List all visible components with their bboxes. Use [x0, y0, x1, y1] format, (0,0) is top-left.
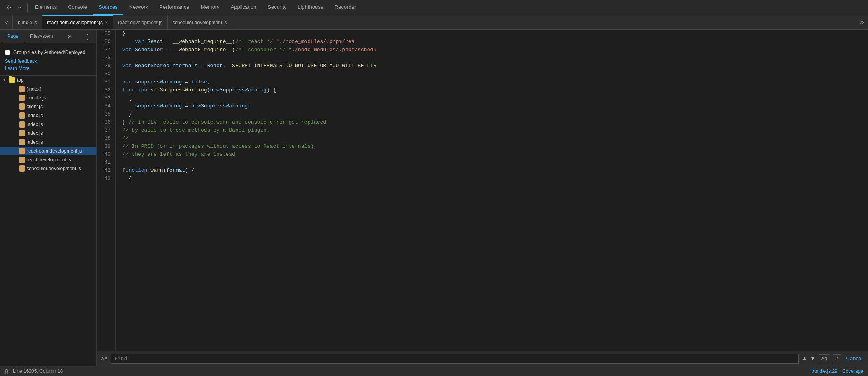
line-num-43: 43 — [100, 175, 111, 183]
line-num-25: 25 — [100, 30, 111, 38]
code-token: } — [122, 119, 129, 125]
nav-tab-security[interactable]: Security — [262, 0, 292, 15]
nav-tab-lighthouse[interactable]: Lighthouse — [292, 0, 329, 15]
device-icon[interactable]: ▱ — [16, 3, 23, 12]
code-line-31: var suppressWarning = false; — [122, 78, 868, 86]
line-num-36: 36 — [100, 118, 111, 126]
tree-item-scheduler-dev[interactable]: scheduler.development.js — [0, 164, 96, 173]
code-token: function — [122, 87, 147, 93]
code-token: = — [182, 79, 191, 85]
find-input[interactable] — [111, 354, 799, 364]
tree-label-index-js-2: index.js — [27, 122, 96, 127]
code-token: newSuppressWarning — [210, 87, 266, 93]
code-line-43: { — [122, 175, 868, 183]
tree-file-icon-client-js — [19, 103, 25, 110]
cursor-icon[interactable]: ⊹ — [5, 3, 13, 12]
line-num-29: 29 — [100, 62, 111, 70]
nav-tab-console[interactable]: Console — [62, 0, 93, 15]
group-files-checkbox[interactable] — [5, 50, 10, 55]
code-token: false — [191, 79, 207, 85]
learn-more-link[interactable]: Learn More — [5, 66, 91, 71]
status-brace-icon[interactable]: {} — [5, 368, 8, 374]
code-line-29: var ReactSharedInternals = React.__SECRE… — [122, 62, 868, 70]
nav-tab-elements[interactable]: Elements — [29, 0, 62, 15]
code-token: // they are left as they are instead. — [122, 151, 239, 157]
file-tab-bundle-js[interactable]: bundle.js — [13, 15, 42, 30]
file-tabs-container: bundle.jsreact-dom.development.js×react.… — [13, 15, 856, 30]
tree-label-client-js: client.js — [27, 104, 96, 109]
sidebar-tab-page[interactable]: Page — [2, 30, 24, 43]
tree-label-bundle-js: bundle.js — [27, 95, 96, 101]
nav-tab-performance[interactable]: Performance — [154, 0, 195, 15]
tree-root-item[interactable]: ▾ top — [0, 76, 96, 85]
code-token: newSuppressWarning — [191, 103, 248, 109]
code-token: ) { — [267, 87, 276, 93]
tree-item-index-js-4[interactable]: index.js — [0, 138, 96, 147]
code-editor: 25262728293031323334353637383940414243 }… — [97, 30, 868, 366]
code-token: __webpack_require__ — [173, 47, 232, 53]
code-token: ReactSharedInternals — [135, 63, 197, 69]
line-num-39: 39 — [100, 143, 111, 151]
file-tab-react-dev[interactable]: react.development.js — [113, 15, 168, 30]
code-token: var — [122, 63, 132, 69]
code-lines: } var React = __webpack_require__(/*! re… — [116, 30, 868, 351]
find-regex-button[interactable]: .* — [833, 354, 841, 363]
tree-file-icon-bundle-js — [19, 95, 25, 101]
collapse-sidebar-button[interactable]: ◁ — [0, 15, 13, 30]
file-tab-react-dom-dev[interactable]: react-dom.development.js× — [42, 15, 113, 30]
find-prev-button[interactable]: ▲ — [801, 355, 808, 363]
code-token: React — [147, 39, 163, 45]
nav-tab-network[interactable]: Network — [123, 0, 154, 15]
nav-tab-application[interactable]: Application — [225, 0, 262, 15]
find-cancel-button[interactable]: Cancel — [844, 355, 865, 362]
tree-label-react-dom-dev: react-dom.development.js — [27, 148, 96, 154]
sidebar-tab-filesystem[interactable]: Filesystem — [24, 30, 58, 43]
code-token: ( — [232, 47, 235, 53]
nav-tab-recorder[interactable]: Recorder — [329, 0, 362, 15]
bundle-link[interactable]: bundle.js:29 — [811, 368, 837, 374]
code-token: setSuppressWarning — [150, 87, 207, 93]
code-token: Scheduler — [135, 47, 163, 53]
tree-item-client-js[interactable]: client.js — [0, 102, 96, 111]
code-token: = — [182, 103, 191, 109]
group-files-row: Group files by Authored/Deployed — [5, 49, 91, 56]
file-tab-close-react-dom-dev[interactable]: × — [105, 20, 108, 25]
tree-item-index-js-3[interactable]: index.js — [0, 129, 96, 138]
file-tab-scheduler-dev[interactable]: scheduler.development.js — [168, 15, 232, 30]
tree-item-bundle-js[interactable]: bundle.js — [0, 93, 96, 102]
line-num-26: 26 — [100, 38, 111, 46]
code-content[interactable]: 25262728293031323334353637383940414243 }… — [97, 30, 868, 351]
line-num-37: 37 — [100, 126, 111, 134]
main-content: Page Filesystem » ⋮ Group files by Autho… — [0, 30, 868, 366]
send-feedback-link[interactable]: Send feedback — [5, 58, 91, 64]
tree-item-react-dom-dev[interactable]: react-dom.development.js — [0, 147, 96, 155]
coverage-link[interactable]: Coverage — [842, 368, 863, 374]
code-line-38: // — [122, 134, 868, 143]
tree-item-react-dev[interactable]: react.development.js — [0, 155, 96, 164]
line-num-30: 30 — [100, 70, 111, 78]
tree-file-icon-index-js-4 — [19, 139, 25, 145]
code-token: // — [122, 135, 129, 141]
line-num-40: 40 — [100, 151, 111, 159]
more-file-tabs-button[interactable]: » — [856, 19, 868, 26]
find-next-button[interactable]: ▼ — [809, 355, 816, 363]
find-case-sensitive-button[interactable]: Aa — [819, 354, 830, 363]
code-token: // In DEV, calls to console.warn and con… — [129, 119, 326, 125]
tree-item-index-js-2[interactable]: index.js — [0, 120, 96, 129]
nav-tab-memory[interactable]: Memory — [195, 0, 225, 15]
sidebar-sub-tabs: Page Filesystem » ⋮ — [0, 30, 96, 43]
sidebar-menu-button[interactable]: ⋮ — [81, 32, 95, 41]
line-num-42: 42 — [100, 167, 111, 175]
top-nav-bar: ⊹ ▱ ElementsConsoleSourcesNetworkPerform… — [0, 0, 868, 15]
code-line-39: // In PROD (or in packages without acces… — [122, 143, 868, 151]
sidebar-more-button[interactable]: » — [64, 33, 75, 40]
code-token: __SECRET_INTERNALS_DO_NOT_USE_OR_YOU_WIL… — [226, 63, 376, 69]
tree-file-icon-index-js-2 — [19, 121, 25, 128]
tree-item-index[interactable]: (index) — [0, 85, 96, 93]
file-tab-label-bundle-js: bundle.js — [18, 20, 37, 25]
file-tab-label-react-dom-dev: react-dom.development.js — [47, 20, 103, 25]
tree-file-icon-react-dom-dev — [19, 148, 25, 154]
line-num-34: 34 — [100, 102, 111, 110]
nav-tab-sources[interactable]: Sources — [93, 0, 123, 15]
tree-item-index-js-1[interactable]: index.js — [0, 111, 96, 120]
